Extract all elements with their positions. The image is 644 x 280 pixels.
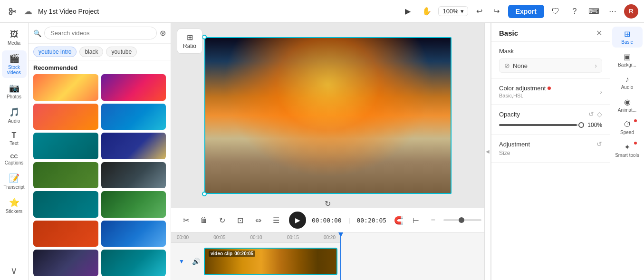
audio-toggle[interactable]: 🔊 [190, 256, 202, 267]
recommended-label: Recommended [29, 60, 171, 74]
panel-close-btn[interactable]: ✕ [596, 29, 602, 38]
list-item[interactable]: 00:15 [101, 191, 166, 218]
duplicate-tool[interactable]: ↻ [215, 213, 229, 227]
list-item[interactable]: 00:10 [101, 133, 166, 159]
time-separator: | [347, 217, 351, 224]
speed-dot [634, 119, 637, 122]
sidebar-more-btn[interactable]: ∨ [8, 262, 20, 279]
canvas-video[interactable] [204, 37, 452, 194]
zoom-out-btn[interactable]: − [426, 213, 440, 227]
mask-value: None [513, 62, 528, 69]
rtool-smart-tools-label: Smart tools [615, 153, 639, 158]
undo-btn[interactable]: ↩ [472, 4, 487, 19]
zoom-control[interactable]: 100% ▾ [438, 6, 468, 16]
list-item[interactable]: 00:15 [101, 104, 166, 130]
more-tool[interactable]: ☰ [269, 213, 283, 227]
zoom-chevron: ▾ [461, 8, 464, 15]
split-icon[interactable]: ⊢ [409, 213, 423, 227]
right-panel: Basic ✕ Mask ⊘ None › [491, 23, 610, 280]
rtool-smart-tools[interactable]: ✦ Smart tools [612, 140, 643, 161]
list-item[interactable]: 00:49 [33, 250, 98, 276]
ruler-mark-1: 00:05 [213, 235, 225, 240]
mask-none: ⊘ None [504, 62, 528, 69]
no-mask-icon: ⊘ [504, 62, 510, 69]
sidebar-item-stock-videos[interactable]: 🎬 Stock videos [2, 50, 27, 78]
list-item[interactable]: 00:19 [33, 162, 98, 189]
svg-point-0 [10, 8, 12, 10]
shield-btn[interactable]: 🛡 [548, 4, 563, 19]
keyboard-btn[interactable]: ⌨ [586, 4, 601, 19]
resize-handle-bl[interactable] [202, 192, 207, 196]
crop-tool[interactable]: ⊡ [233, 213, 247, 227]
magnet-icon[interactable]: 🧲 [392, 213, 405, 227]
ratio-button[interactable]: ⊞ Ratio [177, 29, 202, 54]
zoom-slider[interactable] [443, 219, 481, 221]
size-label: Size [499, 150, 602, 156]
rtool-speed-label: Speed [620, 130, 634, 135]
ruler-marks: 00:00 00:05 00:10 00:15 00:20 [173, 235, 339, 240]
play-mode-btn[interactable]: ▶ [400, 4, 415, 19]
opacity-slider-fill [499, 124, 577, 126]
total-time: 00:20:05 [356, 217, 386, 224]
avatar[interactable]: R [624, 4, 638, 19]
mask-section: Mask ⊘ None › [491, 42, 610, 79]
smart-tools-icon: ✦ [624, 143, 630, 152]
help-btn[interactable]: ? [567, 4, 582, 19]
cut-tool[interactable]: ✂ [179, 213, 193, 227]
delete-tool[interactable]: 🗑 [197, 213, 211, 227]
list-item[interactable]: 00:11 [33, 191, 98, 218]
list-item[interactable]: 00:09 [33, 74, 98, 101]
color-adjustment-section: Color adjustment Basic,HSL › [491, 79, 610, 105]
list-item[interactable]: 00:12 [33, 133, 98, 159]
adjustment-reset-icon[interactable]: ↺ [596, 140, 602, 148]
sidebar-item-media[interactable]: 🖼 Media [2, 27, 27, 48]
search-input[interactable] [44, 27, 157, 39]
color-adj-text: Color adjustment [499, 85, 546, 92]
cloud-icon[interactable]: ☁ [24, 6, 32, 17]
rtool-audio[interactable]: ♪ Audio [612, 72, 643, 93]
color-adj-row[interactable]: Color adjustment Basic,HSL › [499, 85, 602, 98]
rtool-animate[interactable]: ◉ Animat... [612, 95, 643, 116]
list-item[interactable]: 00:11 [101, 162, 166, 189]
rtool-audio-label: Audio [621, 85, 634, 90]
video-grid: 00:09 00:20 00:10 00:15 00:12 00:10 00:1… [29, 74, 171, 280]
tag-youtube-intro[interactable]: youtube intro [33, 47, 77, 57]
ruler-mark-4: 00:20 [324, 235, 336, 240]
right-tool-sidebar: ⊞ Basic ▣ Backgr... ♪ Audio ◉ Animat... … [610, 23, 644, 280]
sidebar-item-transcript[interactable]: 📝 Transcript [2, 170, 27, 193]
opacity-reset-icon[interactable]: ↺ [588, 110, 594, 118]
more-btn[interactable]: ⋯ [605, 4, 620, 19]
list-item[interactable]: 00:10 [33, 104, 98, 130]
video-preview [205, 38, 451, 193]
sidebar-item-photos[interactable]: 📷 Photos [2, 80, 27, 102]
video-track[interactable]: video clip 00:20:05 [204, 248, 337, 275]
sidebar-item-captions[interactable]: CC Captions [2, 151, 27, 168]
app-logo[interactable] [6, 5, 19, 18]
tag-youtube[interactable]: youtube [106, 47, 137, 57]
hand-tool-btn[interactable]: ✋ [419, 4, 434, 19]
sidebar-item-text[interactable]: T Text [2, 128, 27, 149]
sidebar-item-stickers[interactable]: ⭐ Stickers [2, 194, 27, 217]
tag-black[interactable]: black [79, 47, 103, 57]
filter-icon[interactable]: ⊛ [160, 29, 166, 38]
flip-tool[interactable]: ⇔ [251, 213, 265, 227]
opacity-slider[interactable] [499, 124, 581, 126]
rotate-handle[interactable]: ↻ [325, 199, 331, 208]
rtool-background[interactable]: ▣ Backgr... [612, 49, 643, 70]
list-item[interactable]: 00:16 [33, 221, 98, 247]
sidebar-item-audio[interactable]: 🎵 Audio [2, 104, 27, 126]
play-button[interactable]: ▶ [289, 212, 306, 229]
list-item[interactable]: 00:20 [101, 74, 166, 101]
redo-btn[interactable]: ↪ [489, 4, 504, 19]
timeline-center: ▶ 00:00:00 | 00:20:05 [289, 212, 386, 229]
list-item[interactable]: 00:15 [101, 250, 166, 276]
opacity-keyframe-icon[interactable]: ◇ [597, 110, 602, 118]
rtool-basic[interactable]: ⊞ Basic [612, 27, 643, 48]
list-item[interactable]: 00:15 [101, 221, 166, 247]
export-button[interactable]: Export [508, 5, 544, 18]
ruler-mark-0: 00:00 [177, 235, 189, 240]
mask-row[interactable]: ⊘ None › [499, 58, 602, 73]
rtool-speed[interactable]: ⏱ Speed [612, 117, 643, 138]
collapse-handle[interactable]: ◀ [484, 23, 491, 280]
current-time: 00:00:00 [312, 217, 342, 224]
